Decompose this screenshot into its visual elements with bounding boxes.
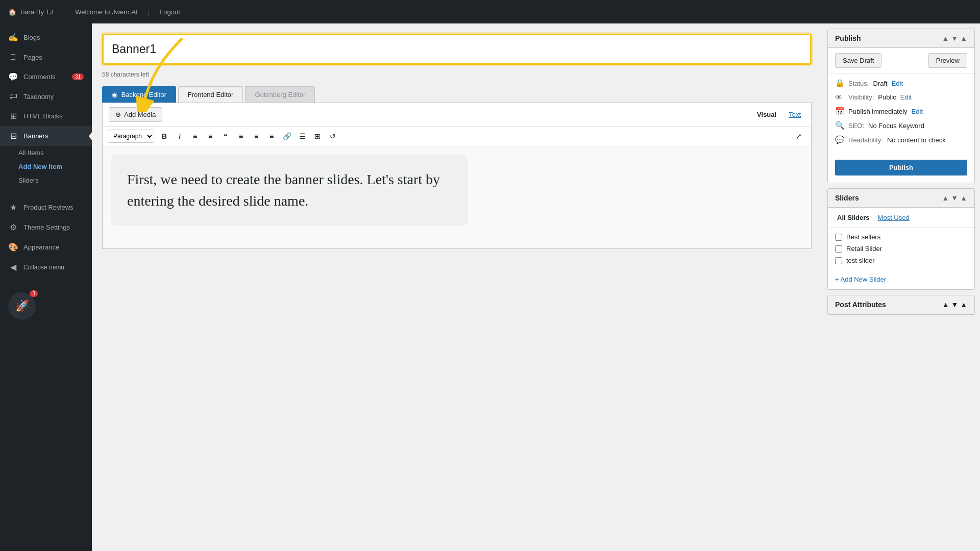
sidebar-item-collapse[interactable]: ◀ Collapse menu	[0, 257, 92, 277]
insert-more-button[interactable]: ☰	[295, 130, 309, 143]
publish-label: Publish immediately	[848, 108, 908, 115]
char-count: 58 characters left	[102, 71, 812, 78]
add-media-label: Add Media	[124, 111, 156, 118]
preview-button[interactable]: Preview	[928, 53, 967, 68]
slider-label-retail: Retail Slider	[846, 245, 882, 253]
post-attributes-header: Post Attributes ▲ ▼ ▲	[828, 295, 974, 314]
slider-item-test: test slider	[835, 257, 967, 264]
editor-toolbar-top: ⊕ Add Media Visual Text	[103, 103, 811, 127]
sidebar-item-pages[interactable]: 🗒 Pages	[0, 47, 92, 67]
sidebar-item-taxonomy[interactable]: 🏷 Taxonomy	[0, 87, 92, 106]
tab-frontend-editor[interactable]: Frontend Editor	[178, 86, 243, 103]
sidebar-item-all-items[interactable]: All Items	[18, 146, 92, 160]
sliders-tab-all[interactable]: All Sliders	[835, 213, 872, 222]
status-edit-link[interactable]: Edit	[892, 80, 903, 87]
avatar-icon: 🚀	[15, 299, 29, 313]
slider-checkbox-best-sellers[interactable]	[835, 234, 842, 241]
slider-checkbox-retail[interactable]	[835, 245, 842, 253]
blogs-icon: ✍	[8, 33, 18, 42]
seo-value: No Focus Keyword	[868, 122, 924, 130]
sliders-box-header: Sliders ▲ ▼ ▲	[828, 189, 974, 208]
sidebar-item-sliders[interactable]: Sliders	[18, 173, 92, 187]
unordered-list-button[interactable]: ≡	[188, 130, 202, 143]
site-name[interactable]: 🏠 Tiara By TJ	[8, 8, 53, 16]
visual-text-tabs: Visual Text	[753, 109, 805, 120]
sidebar-item-banners[interactable]: ⊟ Banners	[0, 126, 92, 146]
product-reviews-icon: ★	[8, 203, 18, 212]
sliders-tab-most-used[interactable]: Most Used	[876, 213, 912, 222]
welcome-link[interactable]: Welcome to Jwero.AI	[75, 8, 138, 16]
expand-button[interactable]: ⤢	[792, 130, 806, 143]
post-attrs-arrow-up-icon[interactable]: ▲	[942, 300, 949, 309]
publish-arrows: ▲ ▼ ▲	[942, 34, 967, 42]
add-new-slider-link[interactable]: + Add New Slider	[835, 276, 886, 283]
sidebar-item-add-new[interactable]: Add New Item	[18, 160, 92, 173]
publish-box-actions: Save Draft Preview	[828, 48, 974, 73]
align-right-button[interactable]: ≡	[264, 130, 279, 143]
logout-link[interactable]: Logout	[160, 8, 180, 16]
sliders-arrow-down-icon[interactable]: ▼	[951, 194, 958, 202]
pages-icon: 🗒	[8, 53, 18, 62]
formatting-toolbar: Paragraph Heading 1 Heading 2 B I ≡ ≡ ❝ …	[103, 127, 811, 146]
readability-value: No content to check	[887, 136, 946, 144]
post-attrs-arrow-down-icon[interactable]: ▼	[951, 300, 958, 309]
post-attrs-collapse-icon[interactable]: ▲	[960, 300, 967, 309]
add-media-icon: ⊕	[115, 111, 121, 118]
align-left-button[interactable]: ≡	[234, 130, 248, 143]
content-area: 58 characters left ◉ Backend Editor	[92, 23, 822, 551]
title-input[interactable]	[104, 35, 810, 63]
sliders-arrow-up-icon[interactable]: ▲	[942, 194, 949, 202]
bold-button[interactable]: B	[157, 130, 172, 143]
link-button[interactable]: 🔗	[280, 130, 294, 143]
post-attributes-box: Post Attributes ▲ ▼ ▲	[827, 295, 975, 315]
undo-button[interactable]: ↺	[326, 130, 340, 143]
save-draft-button[interactable]: Save Draft	[835, 53, 881, 68]
arrow-up-icon[interactable]: ▲	[942, 34, 949, 42]
banners-submenu: All Items Add New Item Sliders	[0, 146, 92, 187]
sidebar-item-comments[interactable]: 💬 Comments 31	[0, 67, 92, 87]
editor-content[interactable]: First, we need to create the banner slid…	[103, 146, 811, 248]
comments-badge: 31	[72, 73, 84, 80]
visual-tab[interactable]: Visual	[753, 109, 780, 120]
collapse-publish-icon[interactable]: ▲	[960, 34, 967, 42]
ordered-list-button[interactable]: ≡	[203, 130, 217, 143]
visibility-edit-link[interactable]: Edit	[900, 93, 912, 101]
visibility-icon: 👁	[835, 93, 844, 102]
slider-checkbox-test[interactable]	[835, 257, 842, 264]
paragraph-select[interactable]: Paragraph Heading 1 Heading 2	[108, 130, 154, 143]
sidebar-item-html-blocks[interactable]: ⊞ HTML Blocks	[0, 106, 92, 126]
publish-button[interactable]: Publish	[835, 160, 967, 176]
sidebar-item-theme-settings[interactable]: ⚙ Theme Settings	[0, 217, 92, 237]
sidebar-item-appearance[interactable]: 🎨 Appearance	[0, 237, 92, 257]
readability-label: Readability:	[848, 136, 883, 144]
publish-edit-link[interactable]: Edit	[912, 108, 923, 115]
slider-item-best-sellers: Best sellers	[835, 233, 967, 241]
seo-icon: 🔍	[835, 121, 844, 130]
main-layout: ✍ Blogs 🗒 Pages 💬 Comments 31 🏷 Taxonomy…	[0, 23, 980, 551]
sidebar-item-product-reviews[interactable]: ★ Product Reviews	[0, 197, 92, 217]
status-value: Draft	[873, 80, 887, 87]
add-media-button[interactable]: ⊕ Add Media	[109, 107, 162, 122]
blockquote-button[interactable]: ❝	[218, 130, 233, 143]
separator: |	[63, 8, 65, 16]
arrow-down-icon[interactable]: ▼	[951, 34, 958, 42]
sidebar-label-comments: Comments	[23, 73, 56, 81]
italic-button[interactable]: I	[173, 130, 187, 143]
comments-icon: 💬	[8, 72, 18, 82]
tab-backend-editor[interactable]: ◉ Backend Editor	[102, 86, 176, 103]
sliders-collapse-icon[interactable]: ▲	[960, 194, 967, 202]
sidebar-label-banners: Banners	[23, 132, 48, 140]
sliders-box: Sliders ▲ ▼ ▲ All Sliders Most Used Best…	[827, 188, 975, 290]
text-tab[interactable]: Text	[785, 109, 805, 120]
frontend-editor-label: Frontend Editor	[188, 91, 234, 98]
sidebar-item-blogs[interactable]: ✍ Blogs	[0, 28, 92, 47]
table-button[interactable]: ⊞	[310, 130, 325, 143]
seo-row: 🔍 SEO: No Focus Keyword	[835, 121, 967, 130]
content-text: First, we need to create the banner slid…	[127, 171, 440, 209]
status-row: 🔒 Status: Draft Edit	[835, 79, 967, 88]
active-arrow	[89, 132, 92, 140]
align-center-button[interactable]: ≡	[249, 130, 263, 143]
backend-editor-label: Backend Editor	[121, 91, 166, 98]
publish-time-row: 📅 Publish immediately Edit	[835, 107, 967, 116]
avatar[interactable]: 🚀 3	[8, 292, 36, 320]
